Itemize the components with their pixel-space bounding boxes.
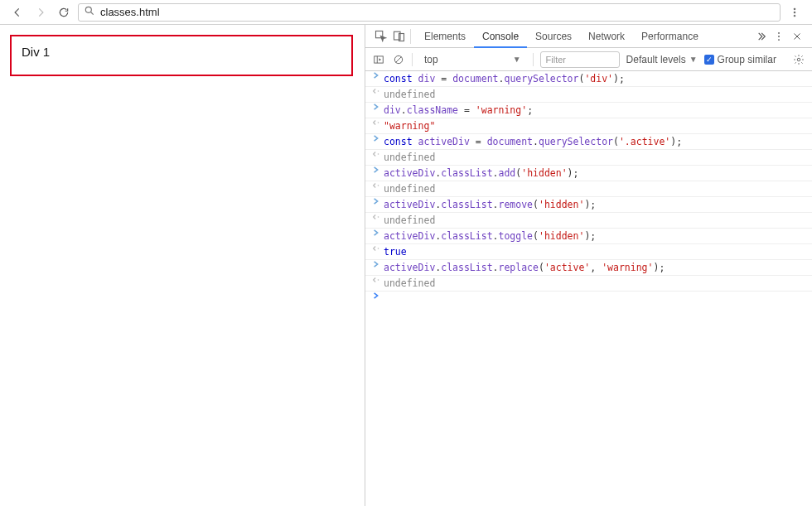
console-output[interactable]: const div = document.querySelector('div'… [365, 71, 812, 300]
console-line-content: undefined [382, 150, 435, 165]
address-url: classes.html [100, 6, 160, 18]
console-output-row: undefined [365, 87, 812, 103]
console-settings-icon[interactable] [792, 53, 805, 66]
div-1-label: Div 1 [22, 45, 50, 59]
svg-point-0 [85, 7, 91, 12]
svg-point-23 [378, 248, 379, 249]
console-input-row: div.className = 'warning'; [365, 103, 812, 118]
devtools-tabstrip: ElementsConsoleSourcesNetworkPerformance [365, 25, 812, 48]
tab-network[interactable]: Network [580, 25, 633, 47]
console-line-content: activeDiv.classList.toggle('hidden'); [382, 229, 596, 243]
console-prompt-row [365, 292, 812, 300]
devtools-panel: ElementsConsoleSourcesNetworkPerformance [365, 25, 812, 506]
console-sidebar-toggle-icon[interactable] [372, 53, 385, 66]
console-line-content: activeDiv.classList.remove('hidden'); [382, 197, 596, 212]
devtools-menu-icon[interactable] [772, 30, 785, 43]
svg-line-1 [91, 12, 94, 15]
prompt-arrow-icon [370, 292, 382, 300]
svg-point-20 [378, 153, 379, 155]
output-arrow-icon [370, 118, 382, 127]
output-arrow-icon [370, 244, 382, 253]
browser-toolbar: classes.html [0, 0, 812, 25]
chevron-down-icon: ▼ [513, 55, 521, 64]
svg-point-9 [778, 36, 780, 37]
console-line-content: activeDiv.classList.replace('active', 'w… [382, 260, 665, 275]
svg-point-18 [378, 90, 379, 92]
console-input-row: const div = document.querySelector('div'… [365, 71, 812, 87]
tab-label: Console [482, 31, 519, 42]
prompt-arrow-icon [370, 166, 382, 174]
console-output-row: undefined [365, 276, 812, 292]
console-output-row: undefined [365, 213, 812, 229]
console-line-content: const div = document.querySelector('div'… [382, 71, 625, 86]
svg-line-16 [396, 56, 402, 62]
tab-label: Network [588, 31, 625, 42]
console-line-content: "warning" [382, 118, 435, 133]
device-toggle-icon[interactable] [392, 30, 405, 43]
checkbox-checked-icon: ✓ [704, 55, 714, 65]
console-input-row: activeDiv.classList.add('hidden'); [365, 166, 812, 181]
inspect-icon[interactable] [374, 30, 387, 43]
console-line-content: undefined [382, 181, 435, 196]
more-tabs-icon[interactable] [754, 30, 767, 43]
log-levels-label: Default levels [626, 54, 686, 65]
tab-label: Performance [641, 31, 698, 42]
chevron-down-icon: ▼ [689, 55, 698, 64]
console-toolbar: top ▼ Filter Default levels ▼ ✓ Group si… [365, 48, 812, 71]
div-1-box: Div 1 [10, 35, 353, 76]
clear-console-icon[interactable] [392, 53, 405, 66]
console-line-content: undefined [382, 276, 435, 291]
search-icon [84, 5, 95, 19]
prompt-arrow-icon [370, 229, 382, 237]
svg-point-4 [794, 15, 795, 17]
back-button[interactable] [8, 3, 27, 22]
svg-point-10 [778, 39, 780, 41]
svg-point-3 [794, 12, 795, 13]
tab-performance[interactable]: Performance [633, 25, 707, 47]
console-input-row: const activeDiv = document.querySelector… [365, 134, 812, 150]
svg-point-2 [794, 7, 795, 9]
console-output-row: "warning" [365, 118, 812, 134]
console-line-content: div.className = 'warning'; [382, 103, 533, 118]
log-levels-select[interactable]: Default levels ▼ [626, 54, 698, 65]
context-select-label: top [424, 54, 438, 65]
page-viewport: Div 1 [0, 25, 365, 506]
prompt-arrow-icon [370, 134, 382, 142]
prompt-arrow-icon [370, 103, 382, 111]
output-arrow-icon [370, 87, 382, 95]
console-line-content: undefined [382, 213, 435, 228]
output-arrow-icon [370, 213, 382, 221]
output-arrow-icon [370, 181, 382, 190]
tab-elements[interactable]: Elements [416, 25, 474, 47]
group-similar-label: Group similar [718, 54, 776, 65]
svg-point-22 [378, 216, 379, 218]
tab-label: Sources [535, 31, 572, 42]
console-line-content: const activeDiv = document.querySelector… [382, 134, 682, 149]
forward-button[interactable] [31, 3, 50, 22]
console-line-content: undefined [382, 87, 435, 102]
group-similar-toggle[interactable]: ✓ Group similar [704, 54, 776, 65]
browser-menu-button[interactable] [785, 3, 804, 22]
svg-rect-13 [375, 55, 384, 62]
filter-input[interactable]: Filter [540, 51, 620, 68]
console-line-content: activeDiv.classList.add('hidden'); [382, 166, 578, 181]
output-arrow-icon [370, 276, 382, 284]
prompt-arrow-icon [370, 260, 382, 268]
devtools-close-icon[interactable] [790, 30, 804, 43]
filter-placeholder: Filter [546, 55, 566, 65]
context-select[interactable]: top ▼ [419, 51, 526, 68]
tab-label: Elements [424, 31, 466, 42]
svg-point-19 [378, 122, 379, 123]
svg-point-8 [778, 31, 780, 33]
console-input-row: activeDiv.classList.toggle('hidden'); [365, 229, 812, 244]
console-input-row: activeDiv.classList.remove('hidden'); [365, 197, 812, 213]
address-bar[interactable]: classes.html [78, 3, 781, 22]
tab-sources[interactable]: Sources [527, 25, 580, 47]
svg-point-17 [797, 58, 800, 61]
console-input-row: activeDiv.classList.replace('active', 'w… [365, 260, 812, 276]
devtools-tabs: ElementsConsoleSourcesNetworkPerformance [416, 25, 749, 47]
tab-console[interactable]: Console [474, 25, 527, 47]
console-output-row: undefined [365, 181, 812, 197]
console-output-row: undefined [365, 150, 812, 166]
reload-button[interactable] [55, 3, 73, 22]
